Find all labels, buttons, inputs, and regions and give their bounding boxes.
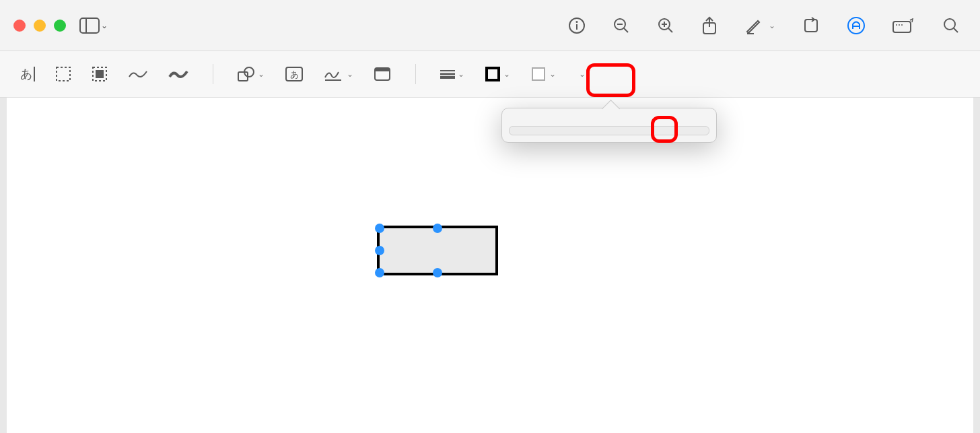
resize-handle[interactable]: [375, 246, 384, 255]
highlight-icon[interactable]: [744, 17, 762, 34]
crop-tool[interactable]: [374, 67, 391, 81]
info-icon[interactable]: [568, 17, 586, 34]
resize-handle[interactable]: [433, 224, 442, 233]
svg-rect-0: [80, 18, 99, 33]
toolbar-right: ⌄: [568, 16, 967, 35]
svg-point-3: [576, 21, 578, 23]
selected-shape-rectangle[interactable]: [377, 226, 498, 275]
svg-line-22: [954, 28, 958, 32]
svg-rect-32: [375, 68, 390, 71]
zoom-out-icon[interactable]: [612, 17, 630, 34]
line-style-dropdown[interactable]: ⌄: [440, 69, 464, 79]
close-window[interactable]: [13, 20, 26, 32]
shapes-dropdown[interactable]: ⌄: [238, 67, 265, 81]
svg-point-18: [896, 24, 897, 26]
text-tool[interactable]: あ: [20, 66, 35, 82]
form-icon[interactable]: [893, 18, 915, 33]
svg-rect-23: [57, 67, 70, 81]
resize-handle[interactable]: [375, 224, 384, 233]
svg-point-19: [899, 24, 900, 26]
sketch-tool[interactable]: [128, 67, 148, 81]
zoom-in-icon[interactable]: [657, 17, 674, 34]
chevron-down-icon[interactable]: ⌄: [769, 21, 775, 30]
window-controls: [13, 20, 66, 32]
share-icon[interactable]: [701, 16, 718, 35]
draw-tool[interactable]: [168, 67, 188, 81]
resize-handle[interactable]: [433, 268, 442, 277]
border-color-dropdown[interactable]: ⌄: [485, 66, 510, 82]
minimize-window[interactable]: [34, 20, 46, 32]
markup-icon[interactable]: [847, 16, 866, 35]
zoom-window[interactable]: [54, 20, 66, 32]
svg-rect-15: [805, 20, 817, 32]
sidebar-toggle[interactable]: ⌄: [79, 18, 108, 34]
search-icon[interactable]: [942, 17, 960, 34]
textbox-tool[interactable]: あ: [285, 66, 304, 82]
rotate-icon[interactable]: [802, 17, 820, 34]
svg-point-21: [944, 19, 955, 30]
titlebar: ⌄ ⌄: [0, 0, 980, 51]
svg-rect-37: [532, 68, 545, 80]
svg-text:あ: あ: [290, 69, 299, 79]
svg-line-9: [668, 28, 672, 32]
svg-point-20: [901, 24, 903, 26]
show-color-panel-button[interactable]: [509, 126, 709, 135]
svg-rect-25: [96, 70, 104, 78]
resize-handle[interactable]: [375, 268, 384, 277]
select-rect-tool[interactable]: [55, 66, 71, 82]
svg-line-6: [624, 28, 628, 32]
svg-rect-36: [487, 68, 499, 80]
sign-tool[interactable]: ⌄: [324, 67, 353, 81]
select-filled-tool[interactable]: [92, 66, 108, 82]
document-title-area: [131, 25, 555, 26]
formatbar: あ ⌄ あ ⌄ ⌄ ⌄ ⌄ ⌄: [0, 51, 980, 98]
font-style-dropdown[interactable]: ⌄: [576, 69, 586, 79]
svg-rect-17: [893, 22, 911, 32]
color-picker-popover: [501, 108, 717, 143]
fill-color-dropdown[interactable]: ⌄: [530, 66, 556, 82]
